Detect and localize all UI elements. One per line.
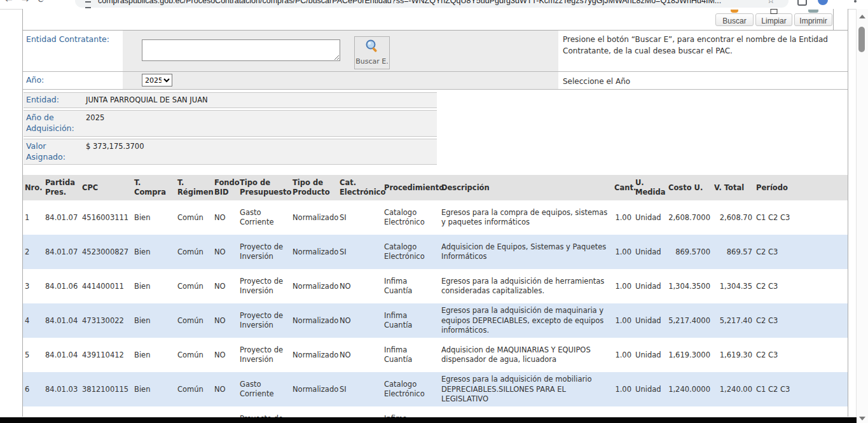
table-row: 584.01.04439110412BienComúnNOProyecto de… xyxy=(23,338,848,372)
cell-tregimen: Común xyxy=(176,372,212,406)
buscar-button[interactable]: Buscar xyxy=(715,13,754,26)
cell-fondo: NO xyxy=(212,338,238,372)
cell-desc: Adquisicion de MAQUINARIAS Y EQUIPOS dis… xyxy=(439,338,612,372)
cell-cpc: 4523000827 xyxy=(80,235,132,269)
cell-presupuesto: Proyecto de Inversión xyxy=(238,235,291,269)
cell-partida: 84.01.07 xyxy=(43,200,80,235)
entity-info-box: Entidad: JUNTA PARROQUIAL DE SAN JUAN Añ… xyxy=(24,92,437,165)
cell-costo: 1,240.0000 xyxy=(666,372,712,406)
bottom-black-bar xyxy=(0,417,857,423)
cell-vtotal: 1,240.00 xyxy=(712,372,754,406)
url-text[interactable]: compraspublicas.gob.ec/ProcesoContrataci… xyxy=(98,0,759,8)
browser-nav-icons[interactable]: ←→⟳ xyxy=(5,0,54,4)
column-header-vtotal: V. Total xyxy=(712,175,754,200)
binoculars-icon xyxy=(731,10,738,13)
table-row: 284.01.074523000827BienComúnNOProyecto d… xyxy=(23,235,848,269)
entidad-contratante-row: Entidad Contratante: Buscar E. Presione … xyxy=(23,31,848,71)
side-panel-icon[interactable] xyxy=(854,0,857,3)
main-content: Buscar Limpiar Imprimir Entidad Contrata… xyxy=(22,9,848,417)
table-row: 384.01.06441400011BienComúnNOProyecto de… xyxy=(23,269,848,303)
scroll-up-arrow-icon[interactable] xyxy=(859,15,865,18)
cell-proc: Infima Cuantía xyxy=(382,303,439,338)
cell-fondo: NO xyxy=(212,372,238,406)
scrollbar-thumb[interactable] xyxy=(858,27,865,52)
vertical-scrollbar[interactable] xyxy=(856,9,868,423)
cell-nro: 2 xyxy=(23,235,43,269)
cell-cat: SI xyxy=(338,372,382,406)
entidad-value: JUNTA PARROQUIAL DE SAN JUAN xyxy=(85,93,209,107)
cell-partida: 84.01.03 xyxy=(43,372,80,406)
imprimir-button[interactable]: Imprimir xyxy=(794,13,832,26)
cell-cpc: 3812100115 xyxy=(80,372,132,406)
download-icon[interactable] xyxy=(797,0,807,6)
profile-avatar[interactable] xyxy=(818,0,828,5)
cell-presupuesto: Gasto Corriente xyxy=(238,372,291,406)
cell-partida: 84.01.04 xyxy=(43,303,80,338)
buscar-e-button[interactable]: Buscar E. xyxy=(354,36,390,69)
cell-cant: 1.00 xyxy=(612,303,633,338)
cell-proc: Catalogo Electrónico xyxy=(382,372,439,406)
cell-proc: Infima Cuantía xyxy=(382,269,439,303)
cell-periodo: C1 C2 C3 xyxy=(754,372,848,406)
anio-label: Año: xyxy=(23,72,123,89)
cell-nro: 3 xyxy=(23,269,43,303)
cell-tregimen: Común xyxy=(176,338,212,372)
cell-fondo: NO xyxy=(212,200,238,235)
cell-umedida: Unidad xyxy=(633,338,666,372)
table-row: 184.01.074516003111BienComúnNOGasto Corr… xyxy=(23,200,848,235)
cell-presupuesto: Gasto Corriente xyxy=(238,200,291,235)
cell-cat: NO xyxy=(338,338,382,372)
cell-cat: SI xyxy=(338,200,382,235)
entidad-contratante-input[interactable] xyxy=(142,39,340,61)
pac-table: Nro.Partida Pres.CPCT. CompraT. RégimenF… xyxy=(23,175,848,423)
cell-periodo: C1 C2 C3 xyxy=(754,200,848,235)
cell-producto: Normalizado xyxy=(291,269,338,303)
cell-producto: Normalizado xyxy=(291,338,338,372)
cell-presupuesto: Proyecto de Inversión xyxy=(238,269,291,303)
imprimir-button-label: Imprimir xyxy=(799,17,827,25)
help-text: Presione el botón “Buscar E”, para encon… xyxy=(558,31,848,71)
action-button-bar: Buscar Limpiar Imprimir xyxy=(23,9,848,31)
cell-cant: 1.00 xyxy=(612,372,633,406)
divider xyxy=(833,9,834,30)
cell-tregimen: Común xyxy=(176,269,212,303)
cell-costo: 5,217.4000 xyxy=(666,303,712,338)
eraser-icon xyxy=(771,9,778,14)
cell-partida: 84.01.06 xyxy=(43,269,80,303)
site-settings-icon[interactable] xyxy=(85,1,91,8)
address-bar[interactable]: compraspublicas.gob.ec/ProcesoContrataci… xyxy=(75,0,789,8)
cell-desc: Egresos para la compra de equipos, siste… xyxy=(439,200,612,235)
column-header-producto: Tipo de Producto xyxy=(291,175,338,200)
column-header-umedida: U. Medida xyxy=(633,175,666,200)
cell-costo: 1,304.3500 xyxy=(666,269,712,303)
anio-hint: Seleccione el Año xyxy=(558,72,848,89)
anio-select-cell: 2025 xyxy=(123,72,558,89)
limpiar-button[interactable]: Limpiar xyxy=(755,13,792,26)
column-header-nro: Nro. xyxy=(23,175,43,200)
cell-producto: Normalizado xyxy=(291,200,338,235)
table-row: 684.01.033812100115BienComúnNOGasto Corr… xyxy=(23,372,848,406)
cell-nro: 6 xyxy=(23,372,43,406)
bookmark-star-icon[interactable]: ☆ xyxy=(767,0,775,5)
table-row: 484.01.04473130022BienComúnNOProyecto de… xyxy=(23,303,848,338)
year-select[interactable]: 2025 xyxy=(142,74,172,87)
column-header-periodo: Período xyxy=(754,175,848,200)
cell-partida: 84.01.07 xyxy=(43,235,80,269)
cell-vtotal: 1,304.35 xyxy=(712,269,754,303)
column-header-tcompra: T. Compra xyxy=(132,175,176,200)
buscar-e-label: Buscar E. xyxy=(355,57,389,66)
cell-cat: NO xyxy=(338,269,382,303)
cell-cat: NO xyxy=(338,303,382,338)
scroll-down-arrow-icon[interactable] xyxy=(859,417,865,420)
cell-cant: 1.00 xyxy=(612,235,633,269)
cell-umedida: Unidad xyxy=(633,235,666,269)
anio-adquisicion-label: Año de Adquisición: xyxy=(24,111,85,136)
valor-asignado-label: Valor Asignado: xyxy=(24,139,85,165)
cell-cant: 1.00 xyxy=(612,269,633,303)
cell-tregimen: Común xyxy=(176,303,212,338)
cell-tcompra: Bien xyxy=(132,235,176,269)
cell-tcompra: Bien xyxy=(132,338,176,372)
cell-tcompra: Bien xyxy=(132,372,176,406)
cell-costo: 869.5700 xyxy=(666,235,712,269)
cell-umedida: Unidad xyxy=(633,200,666,235)
